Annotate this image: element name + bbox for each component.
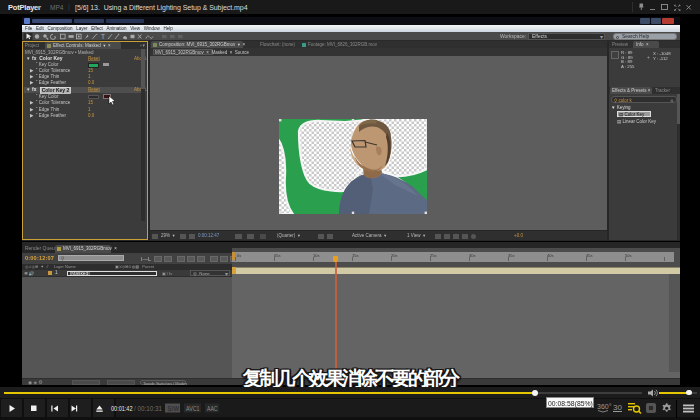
svg-text:360°: 360° bbox=[597, 403, 612, 410]
svg-text:00:01:42: 00:01:42 bbox=[111, 405, 133, 412]
svg-text:AAC: AAC bbox=[207, 405, 218, 412]
svg-text:/ 00:10:31: / 00:10:31 bbox=[134, 405, 162, 412]
svg-text:S/W: S/W bbox=[168, 405, 180, 412]
svg-text:AVC1: AVC1 bbox=[186, 405, 200, 412]
svg-text:T: T bbox=[101, 33, 105, 40]
svg-text:30: 30 bbox=[613, 403, 622, 412]
